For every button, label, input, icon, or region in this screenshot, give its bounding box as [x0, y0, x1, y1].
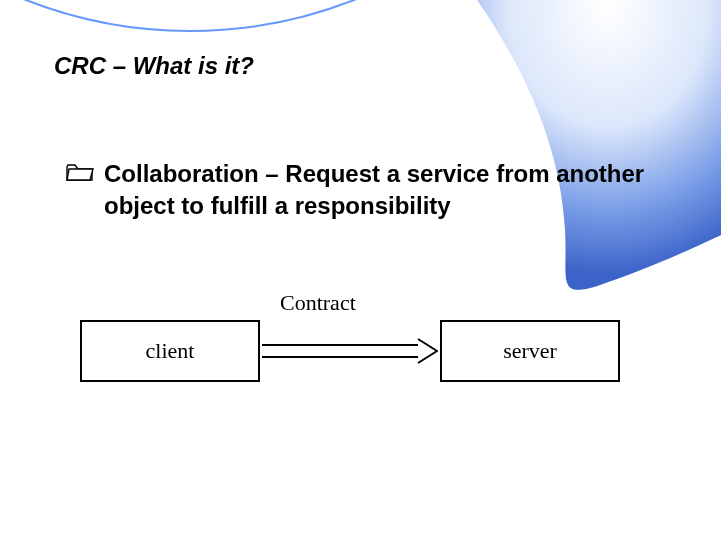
- bullet-text: Collaboration – Request a service from a…: [104, 158, 681, 223]
- slide-title: CRC – What is it?: [54, 52, 254, 80]
- client-box: client: [80, 320, 260, 382]
- folder-bullet-icon: [66, 162, 94, 182]
- bullet-row: Collaboration – Request a service from a…: [66, 158, 681, 223]
- decorative-swoosh: [0, 0, 721, 541]
- server-box-label: server: [503, 338, 557, 364]
- decorative-arc-top: [0, 0, 640, 32]
- server-box: server: [440, 320, 620, 382]
- arrow-icon: [262, 338, 438, 364]
- client-box-label: client: [146, 338, 195, 364]
- diagram: Contract client server: [80, 290, 640, 430]
- contract-label: Contract: [280, 290, 356, 316]
